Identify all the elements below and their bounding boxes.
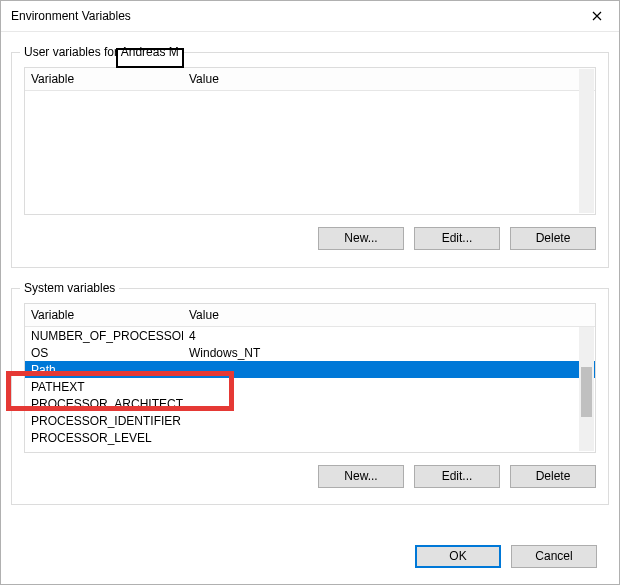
system-variables-label: System variables xyxy=(20,281,119,295)
system-scroll-thumb[interactable] xyxy=(581,367,592,417)
dialog-content: User variables for Andreas M Variable Va… xyxy=(1,32,619,505)
table-row[interactable]: PROCESSOR_ARCHITECTURE xyxy=(25,395,595,412)
system-edit-button[interactable]: Edit... xyxy=(414,465,500,488)
user-buttons-row: New... Edit... Delete xyxy=(24,227,596,250)
user-list-header: Variable Value xyxy=(25,68,595,91)
system-delete-button[interactable]: Delete xyxy=(510,465,596,488)
user-col-value-header[interactable]: Value xyxy=(183,72,595,86)
titlebar: Environment Variables xyxy=(1,1,619,32)
cell-value: Windows_NT xyxy=(183,346,595,360)
cell-variable: NUMBER_OF_PROCESSORS xyxy=(25,329,183,343)
cell-variable: PROCESSOR_IDENTIFIER xyxy=(25,414,183,428)
table-row[interactable]: Path xyxy=(25,361,595,378)
window-title: Environment Variables xyxy=(11,9,131,23)
environment-variables-dialog: Environment Variables User variables for… xyxy=(0,0,620,585)
cancel-button[interactable]: Cancel xyxy=(511,545,597,568)
ok-button[interactable]: OK xyxy=(415,545,501,568)
table-row[interactable]: PROCESSOR_LEVEL xyxy=(25,429,595,446)
user-new-button[interactable]: New... xyxy=(318,227,404,250)
user-col-variable-header[interactable]: Variable xyxy=(25,72,183,86)
system-list-header: Variable Value xyxy=(25,304,595,327)
table-row[interactable]: OSWindows_NT xyxy=(25,344,595,361)
system-list-scrollbar[interactable] xyxy=(579,327,594,451)
cell-variable: Path xyxy=(25,363,183,377)
cell-variable: PROCESSOR_ARCHITECTURE xyxy=(25,397,183,411)
system-variables-group: System variables Variable Value NUMBER_O… xyxy=(11,288,609,505)
user-variables-list[interactable]: Variable Value xyxy=(24,67,596,215)
user-edit-button[interactable]: Edit... xyxy=(414,227,500,250)
cell-variable: OS xyxy=(25,346,183,360)
user-variables-group: User variables for Andreas M Variable Va… xyxy=(11,52,609,268)
cell-value: 4 xyxy=(183,329,595,343)
cell-variable: PROCESSOR_LEVEL xyxy=(25,431,183,445)
user-variables-label: User variables for Andreas M xyxy=(20,45,183,59)
dialog-footer: OK Cancel xyxy=(415,545,597,568)
user-list-scrollbar[interactable] xyxy=(579,69,594,213)
user-variables-label-prefix: User variables for xyxy=(24,45,118,59)
user-delete-button[interactable]: Delete xyxy=(510,227,596,250)
cell-variable: PATHEXT xyxy=(25,380,183,394)
system-buttons-row: New... Edit... Delete xyxy=(24,465,596,488)
system-col-variable-header[interactable]: Variable xyxy=(25,308,183,322)
user-variables-username: Andreas M xyxy=(121,45,179,59)
close-button[interactable] xyxy=(575,1,619,31)
close-icon xyxy=(592,9,602,24)
user-scroll-thumb[interactable] xyxy=(581,69,592,213)
system-variables-list[interactable]: Variable Value NUMBER_OF_PROCESSORS4OSWi… xyxy=(24,303,596,453)
table-row[interactable]: PATHEXT xyxy=(25,378,595,395)
table-row[interactable]: NUMBER_OF_PROCESSORS4 xyxy=(25,327,595,344)
table-row[interactable]: PROCESSOR_IDENTIFIER xyxy=(25,412,595,429)
system-col-value-header[interactable]: Value xyxy=(183,308,595,322)
system-new-button[interactable]: New... xyxy=(318,465,404,488)
system-rows: NUMBER_OF_PROCESSORS4OSWindows_NTPathPAT… xyxy=(25,327,595,446)
